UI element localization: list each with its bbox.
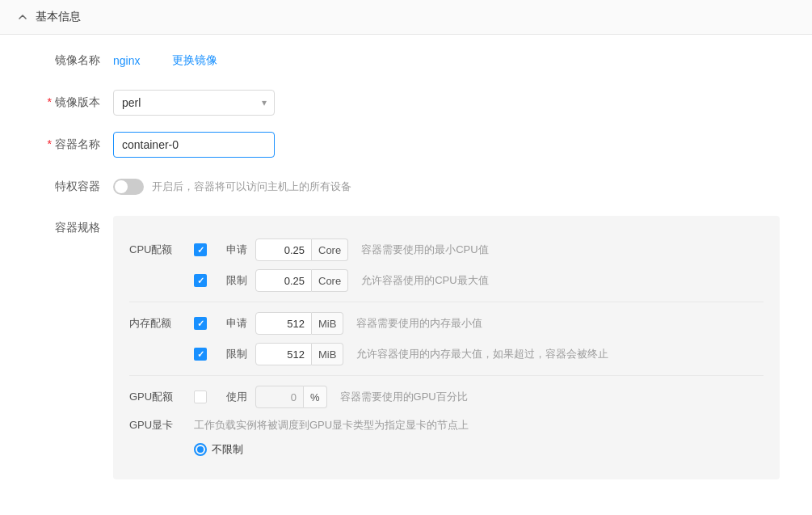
privileged-row: 特权容器 开启后，容器将可以访问主机上的所有设备 [32, 174, 780, 200]
mem-limit-label: 限制 [215, 347, 247, 361]
cpu-limit-input-group: Core [255, 269, 348, 292]
gpu-name: GPU配额 [129, 390, 194, 404]
mem-limit-desc: 允许容器使用的内存最大值，如果超过，容器会被终止 [356, 347, 608, 361]
version-select-wrapper: perl ▾ [113, 90, 275, 116]
gpu-input-group: % [255, 386, 327, 408]
cpu-request-row: CPU配额 申请 Core 容器需要使用的最小CPU值 [129, 239, 764, 261]
privileged-label: 特权容器 [32, 179, 113, 194]
mem-request-unit: MiB [312, 312, 343, 335]
container-name-content [113, 132, 780, 158]
gpu-use-checkbox[interactable] [194, 390, 207, 403]
unlimited-radio[interactable] [194, 443, 207, 456]
container-name-label: 容器名称 [32, 137, 113, 152]
memory-block: 内存配额 申请 MiB 容器需要使用的内存最小值 限制 [129, 302, 764, 376]
mem-request-checkbox[interactable] [194, 317, 207, 330]
spec-row: 容器规格 CPU配额 申请 Core 容器需要使用的最小CPU值 [32, 216, 780, 479]
gpu-block: GPU配额 使用 % 容器需要使用的GPU百分比 GPU显卡 工作负载实例将被调… [129, 376, 764, 457]
gpu-usage-row: GPU配额 使用 % 容器需要使用的GPU百分比 [129, 386, 764, 408]
cpu-request-desc: 容器需要使用的最小CPU值 [361, 243, 488, 257]
image-version-row: 镜像版本 perl ▾ [32, 90, 780, 116]
gpu-card-row: GPU显卡 工作负载实例将被调度到GPU显卡类型为指定显卡的节点上 [129, 418, 764, 433]
gpu-card-desc: 工作负载实例将被调度到GPU显卡类型为指定显卡的节点上 [194, 418, 469, 433]
cpu-limit-label: 限制 [215, 273, 247, 288]
cpu-limit-checkbox[interactable] [194, 274, 207, 287]
gpu-card-label: GPU显卡 [129, 418, 194, 433]
mem-request-label: 申请 [215, 316, 247, 331]
mem-limit-row: 限制 MiB 允许容器使用的内存最大值，如果超过，容器会被终止 [129, 343, 764, 365]
mem-request-row: 内存配额 申请 MiB 容器需要使用的内存最小值 [129, 312, 764, 335]
chevron-up-icon[interactable] [16, 11, 29, 23]
cpu-limit-unit: Core [312, 269, 348, 292]
image-name-content: nginx 更换镜像 [113, 53, 780, 68]
cpu-request-label: 申请 [215, 243, 247, 257]
image-version-label: 镜像版本 [32, 95, 113, 110]
form-body: 镜像名称 nginx 更换镜像 镜像版本 perl ▾ 容器名称 特权容器 [0, 35, 812, 509]
unlimited-label: 不限制 [212, 442, 243, 457]
cpu-block: CPU配额 申请 Core 容器需要使用的最小CPU值 限制 [129, 229, 764, 302]
cpu-request-input[interactable] [255, 239, 312, 261]
mem-name: 内存配额 [129, 316, 194, 331]
gpu-percent-input[interactable] [255, 386, 304, 408]
mem-request-input[interactable] [255, 312, 312, 335]
svg-point-1 [115, 180, 128, 193]
mem-limit-checkbox[interactable] [194, 348, 207, 361]
gpu-use-label: 使用 [215, 390, 247, 404]
cpu-limit-row: 限制 Core 允许容器使用的CPU最大值 [129, 269, 764, 292]
mem-limit-input[interactable] [255, 343, 312, 365]
toggle-switch[interactable] [113, 179, 144, 195]
section-title: 基本信息 [36, 10, 81, 24]
image-name-label: 镜像名称 [32, 53, 113, 68]
cpu-limit-desc: 允许容器使用的CPU最大值 [361, 273, 488, 288]
mem-request-desc: 容器需要使用的内存最小值 [356, 316, 482, 331]
image-name-link[interactable]: nginx [113, 54, 140, 67]
version-select[interactable]: perl [113, 90, 275, 116]
cpu-limit-input[interactable] [255, 269, 312, 292]
gpu-unlimited-row: 不限制 [129, 442, 764, 457]
cpu-request-input-group: Core [255, 239, 348, 261]
mem-limit-input-group: MiB [255, 343, 343, 365]
spec-label: 容器规格 [32, 216, 113, 235]
cpu-request-checkbox[interactable] [194, 243, 207, 256]
cpu-request-unit: Core [312, 239, 348, 261]
gpu-percent-unit: % [304, 386, 327, 408]
privileged-desc: 开启后，容器将可以访问主机上的所有设备 [152, 179, 351, 194]
image-name-row: 镜像名称 nginx 更换镜像 [32, 48, 780, 74]
image-version-content: perl ▾ [113, 90, 780, 116]
section-header: 基本信息 [0, 0, 812, 35]
gpu-desc: 容器需要使用的GPU百分比 [340, 390, 468, 404]
change-image-button[interactable]: 更换镜像 [172, 53, 217, 68]
toggle-wrapper: 开启后，容器将可以访问主机上的所有设备 [113, 179, 351, 195]
container-name-input[interactable] [113, 132, 275, 158]
container-name-row: 容器名称 [32, 132, 780, 158]
cpu-name: CPU配额 [129, 243, 194, 257]
privileged-content: 开启后，容器将可以访问主机上的所有设备 [113, 179, 780, 195]
mem-limit-unit: MiB [312, 343, 343, 365]
spec-section: CPU配额 申请 Core 容器需要使用的最小CPU值 限制 [113, 216, 780, 479]
mem-request-input-group: MiB [255, 312, 343, 335]
